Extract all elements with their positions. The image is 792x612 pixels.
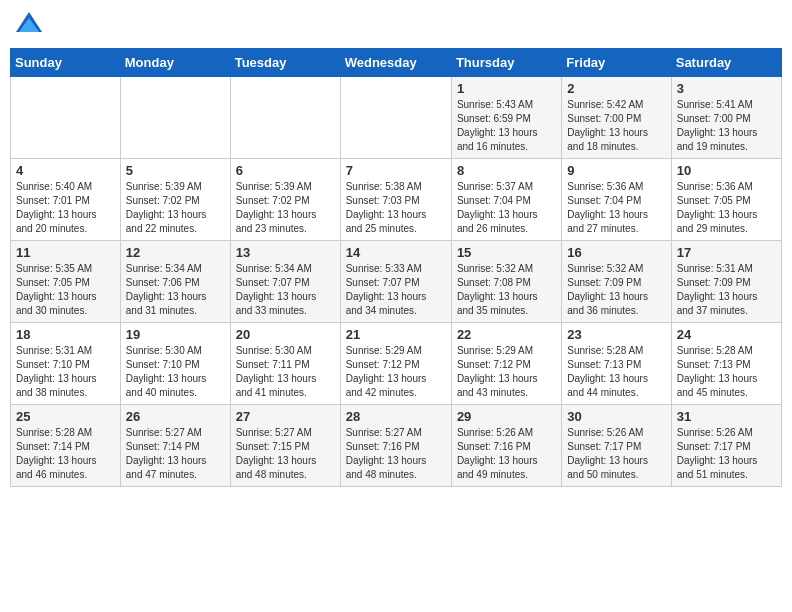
- calendar-cell: 5Sunrise: 5:39 AM Sunset: 7:02 PM Daylig…: [120, 159, 230, 241]
- day-number: 12: [126, 245, 225, 260]
- weekday-header: Friday: [562, 49, 671, 77]
- day-info: Sunrise: 5:36 AM Sunset: 7:04 PM Dayligh…: [567, 180, 665, 236]
- calendar-cell: 12Sunrise: 5:34 AM Sunset: 7:06 PM Dayli…: [120, 241, 230, 323]
- calendar-cell: 18Sunrise: 5:31 AM Sunset: 7:10 PM Dayli…: [11, 323, 121, 405]
- calendar-cell: 2Sunrise: 5:42 AM Sunset: 7:00 PM Daylig…: [562, 77, 671, 159]
- calendar-cell: [11, 77, 121, 159]
- day-info: Sunrise: 5:40 AM Sunset: 7:01 PM Dayligh…: [16, 180, 115, 236]
- weekday-header: Saturday: [671, 49, 781, 77]
- day-info: Sunrise: 5:27 AM Sunset: 7:15 PM Dayligh…: [236, 426, 335, 482]
- day-info: Sunrise: 5:30 AM Sunset: 7:11 PM Dayligh…: [236, 344, 335, 400]
- day-number: 9: [567, 163, 665, 178]
- day-number: 24: [677, 327, 776, 342]
- day-number: 7: [346, 163, 446, 178]
- day-info: Sunrise: 5:37 AM Sunset: 7:04 PM Dayligh…: [457, 180, 556, 236]
- day-info: Sunrise: 5:42 AM Sunset: 7:00 PM Dayligh…: [567, 98, 665, 154]
- day-number: 16: [567, 245, 665, 260]
- day-info: Sunrise: 5:32 AM Sunset: 7:08 PM Dayligh…: [457, 262, 556, 318]
- day-info: Sunrise: 5:28 AM Sunset: 7:14 PM Dayligh…: [16, 426, 115, 482]
- day-info: Sunrise: 5:43 AM Sunset: 6:59 PM Dayligh…: [457, 98, 556, 154]
- day-number: 13: [236, 245, 335, 260]
- day-info: Sunrise: 5:30 AM Sunset: 7:10 PM Dayligh…: [126, 344, 225, 400]
- calendar-cell: 3Sunrise: 5:41 AM Sunset: 7:00 PM Daylig…: [671, 77, 781, 159]
- calendar-cell: 29Sunrise: 5:26 AM Sunset: 7:16 PM Dayli…: [451, 405, 561, 487]
- calendar-cell: 13Sunrise: 5:34 AM Sunset: 7:07 PM Dayli…: [230, 241, 340, 323]
- day-number: 17: [677, 245, 776, 260]
- weekday-header: Wednesday: [340, 49, 451, 77]
- calendar-cell: 30Sunrise: 5:26 AM Sunset: 7:17 PM Dayli…: [562, 405, 671, 487]
- day-number: 14: [346, 245, 446, 260]
- calendar-cell: 27Sunrise: 5:27 AM Sunset: 7:15 PM Dayli…: [230, 405, 340, 487]
- logo: [14, 10, 46, 40]
- calendar-cell: 1Sunrise: 5:43 AM Sunset: 6:59 PM Daylig…: [451, 77, 561, 159]
- calendar-cell: [340, 77, 451, 159]
- day-info: Sunrise: 5:29 AM Sunset: 7:12 PM Dayligh…: [346, 344, 446, 400]
- day-info: Sunrise: 5:31 AM Sunset: 7:09 PM Dayligh…: [677, 262, 776, 318]
- calendar-cell: 14Sunrise: 5:33 AM Sunset: 7:07 PM Dayli…: [340, 241, 451, 323]
- day-number: 26: [126, 409, 225, 424]
- day-info: Sunrise: 5:39 AM Sunset: 7:02 PM Dayligh…: [236, 180, 335, 236]
- calendar-week-row: 11Sunrise: 5:35 AM Sunset: 7:05 PM Dayli…: [11, 241, 782, 323]
- day-info: Sunrise: 5:31 AM Sunset: 7:10 PM Dayligh…: [16, 344, 115, 400]
- calendar-cell: 26Sunrise: 5:27 AM Sunset: 7:14 PM Dayli…: [120, 405, 230, 487]
- calendar-cell: 20Sunrise: 5:30 AM Sunset: 7:11 PM Dayli…: [230, 323, 340, 405]
- day-info: Sunrise: 5:34 AM Sunset: 7:07 PM Dayligh…: [236, 262, 335, 318]
- calendar-week-row: 25Sunrise: 5:28 AM Sunset: 7:14 PM Dayli…: [11, 405, 782, 487]
- day-number: 3: [677, 81, 776, 96]
- day-number: 22: [457, 327, 556, 342]
- logo-icon: [14, 10, 44, 40]
- calendar-cell: 11Sunrise: 5:35 AM Sunset: 7:05 PM Dayli…: [11, 241, 121, 323]
- calendar-week-row: 1Sunrise: 5:43 AM Sunset: 6:59 PM Daylig…: [11, 77, 782, 159]
- day-number: 27: [236, 409, 335, 424]
- day-number: 8: [457, 163, 556, 178]
- day-number: 18: [16, 327, 115, 342]
- weekday-header: Thursday: [451, 49, 561, 77]
- day-number: 21: [346, 327, 446, 342]
- day-number: 20: [236, 327, 335, 342]
- calendar-cell: 25Sunrise: 5:28 AM Sunset: 7:14 PM Dayli…: [11, 405, 121, 487]
- calendar-cell: 4Sunrise: 5:40 AM Sunset: 7:01 PM Daylig…: [11, 159, 121, 241]
- weekday-header: Monday: [120, 49, 230, 77]
- calendar-cell: 7Sunrise: 5:38 AM Sunset: 7:03 PM Daylig…: [340, 159, 451, 241]
- day-number: 2: [567, 81, 665, 96]
- calendar-cell: [230, 77, 340, 159]
- calendar-cell: 8Sunrise: 5:37 AM Sunset: 7:04 PM Daylig…: [451, 159, 561, 241]
- day-number: 29: [457, 409, 556, 424]
- calendar-cell: 19Sunrise: 5:30 AM Sunset: 7:10 PM Dayli…: [120, 323, 230, 405]
- calendar-cell: 6Sunrise: 5:39 AM Sunset: 7:02 PM Daylig…: [230, 159, 340, 241]
- day-info: Sunrise: 5:28 AM Sunset: 7:13 PM Dayligh…: [567, 344, 665, 400]
- day-number: 31: [677, 409, 776, 424]
- calendar-cell: 10Sunrise: 5:36 AM Sunset: 7:05 PM Dayli…: [671, 159, 781, 241]
- day-number: 1: [457, 81, 556, 96]
- day-info: Sunrise: 5:34 AM Sunset: 7:06 PM Dayligh…: [126, 262, 225, 318]
- day-number: 30: [567, 409, 665, 424]
- day-info: Sunrise: 5:27 AM Sunset: 7:16 PM Dayligh…: [346, 426, 446, 482]
- page-header: [10, 10, 782, 40]
- weekday-header: Tuesday: [230, 49, 340, 77]
- day-number: 10: [677, 163, 776, 178]
- calendar-cell: 22Sunrise: 5:29 AM Sunset: 7:12 PM Dayli…: [451, 323, 561, 405]
- day-number: 23: [567, 327, 665, 342]
- calendar-cell: 21Sunrise: 5:29 AM Sunset: 7:12 PM Dayli…: [340, 323, 451, 405]
- day-number: 25: [16, 409, 115, 424]
- calendar-cell: 9Sunrise: 5:36 AM Sunset: 7:04 PM Daylig…: [562, 159, 671, 241]
- calendar-cell: 28Sunrise: 5:27 AM Sunset: 7:16 PM Dayli…: [340, 405, 451, 487]
- calendar-week-row: 4Sunrise: 5:40 AM Sunset: 7:01 PM Daylig…: [11, 159, 782, 241]
- day-info: Sunrise: 5:26 AM Sunset: 7:16 PM Dayligh…: [457, 426, 556, 482]
- calendar-cell: 31Sunrise: 5:26 AM Sunset: 7:17 PM Dayli…: [671, 405, 781, 487]
- day-number: 28: [346, 409, 446, 424]
- calendar-header-row: SundayMondayTuesdayWednesdayThursdayFrid…: [11, 49, 782, 77]
- day-info: Sunrise: 5:33 AM Sunset: 7:07 PM Dayligh…: [346, 262, 446, 318]
- calendar-table: SundayMondayTuesdayWednesdayThursdayFrid…: [10, 48, 782, 487]
- calendar-cell: 16Sunrise: 5:32 AM Sunset: 7:09 PM Dayli…: [562, 241, 671, 323]
- calendar-cell: 17Sunrise: 5:31 AM Sunset: 7:09 PM Dayli…: [671, 241, 781, 323]
- calendar-week-row: 18Sunrise: 5:31 AM Sunset: 7:10 PM Dayli…: [11, 323, 782, 405]
- day-info: Sunrise: 5:28 AM Sunset: 7:13 PM Dayligh…: [677, 344, 776, 400]
- weekday-header: Sunday: [11, 49, 121, 77]
- day-number: 19: [126, 327, 225, 342]
- calendar-cell: 24Sunrise: 5:28 AM Sunset: 7:13 PM Dayli…: [671, 323, 781, 405]
- day-info: Sunrise: 5:26 AM Sunset: 7:17 PM Dayligh…: [677, 426, 776, 482]
- day-info: Sunrise: 5:35 AM Sunset: 7:05 PM Dayligh…: [16, 262, 115, 318]
- day-number: 6: [236, 163, 335, 178]
- day-info: Sunrise: 5:38 AM Sunset: 7:03 PM Dayligh…: [346, 180, 446, 236]
